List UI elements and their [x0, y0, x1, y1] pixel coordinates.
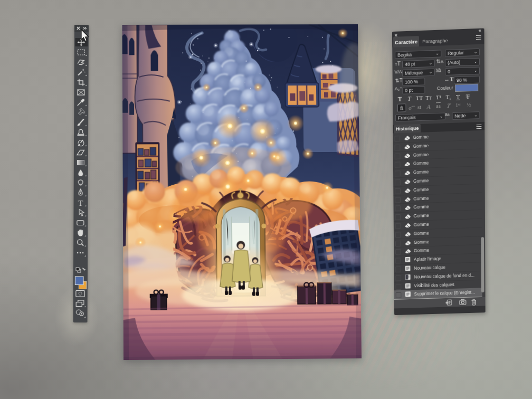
svg-text:T: T: [78, 199, 83, 207]
